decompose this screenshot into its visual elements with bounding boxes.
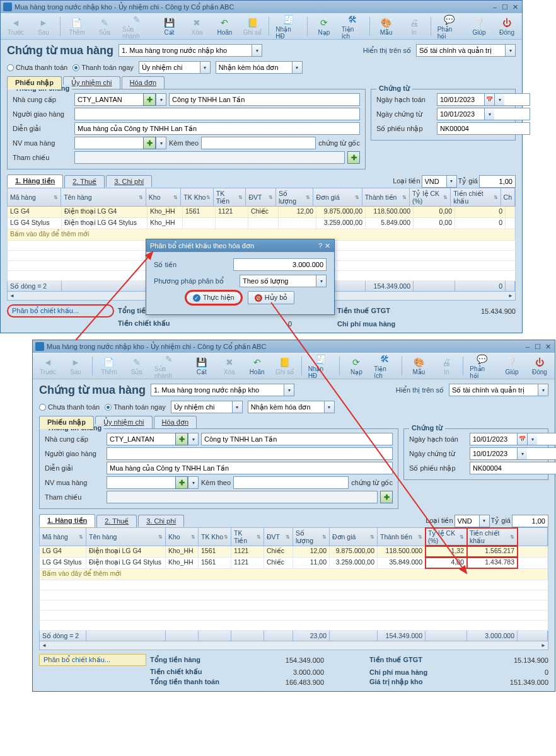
description-input[interactable] [107, 462, 393, 474]
display-on-combo[interactable]: ▾ [416, 44, 516, 57]
col-sl[interactable]: Số lượng⇅ [276, 188, 313, 206]
tb-receive-invoice[interactable]: 🧾Nhận HĐ [273, 13, 303, 41]
tb-save[interactable]: 💾Cất [189, 355, 214, 377]
col-tkkho[interactable]: TK Kho⇅ [181, 188, 214, 206]
minimize-icon[interactable]: – [490, 3, 499, 11]
attach-input[interactable] [233, 476, 349, 489]
reference-input[interactable] [74, 151, 345, 164]
gridtab-hangtien[interactable]: 1. Hàng tiền [7, 175, 63, 188]
col-ck-highlighted[interactable]: Tỷ lệ CK (%)⇅ [426, 528, 467, 546]
plus-icon[interactable]: ✚ [143, 137, 156, 149]
gridtab-chiphi[interactable]: 3. Chi phí [138, 515, 184, 527]
tb-post[interactable]: 📒Ghi sổ [240, 16, 265, 37]
tb-feedback[interactable]: 💬Phản hồi [467, 352, 497, 381]
col-tenhang[interactable]: Tên hàng⇅ [61, 188, 146, 206]
purchaser-combo[interactable]: ✚▾ [74, 137, 166, 149]
tab-phieunhap[interactable]: Phiếu nhập [39, 416, 94, 429]
gridtab-thue[interactable]: 2. Thuế [64, 175, 105, 188]
plus-icon[interactable]: ✚ [175, 476, 188, 489]
tb-add[interactable]: 📄Thêm [64, 16, 90, 37]
col-mahang[interactable]: Mã hàng⇅ [8, 188, 61, 206]
supplier-name-input[interactable] [169, 93, 360, 106]
close-icon[interactable]: ✕ [511, 3, 519, 11]
tb-close[interactable]: ⏻Đóng [494, 16, 519, 37]
tb-save[interactable]: 💾Cất [156, 16, 182, 37]
col-extra[interactable]: Ch [501, 188, 515, 206]
receipt-no-input[interactable] [437, 122, 530, 135]
tb-quickedit[interactable]: ✎Sửa nhanh [120, 13, 154, 41]
col-tenhang[interactable]: Tên hàng⇅ [86, 528, 166, 546]
tb-utility[interactable]: 🛠Tiện ích [371, 352, 398, 381]
dlg-cancel-button[interactable]: Hủy bỏ [248, 291, 295, 304]
purchase-type-combo[interactable]: ▾ [151, 384, 294, 396]
btn-allocate-discount[interactable]: Phân bổ chiết khấu... [39, 654, 146, 666]
col-tck-highlighted[interactable]: Tiền chiết khấu⇅ [467, 528, 518, 546]
col-mahang[interactable]: Mã hàng⇅ [40, 528, 86, 546]
tb-template[interactable]: 🎨Mẫu [374, 16, 399, 37]
minimize-icon[interactable]: – [523, 342, 532, 351]
radio-unpaid[interactable]: Chưa thanh toán [39, 403, 100, 411]
col-tktien[interactable]: TK Tiền⇅ [214, 188, 246, 206]
dlg-amount-input[interactable] [233, 258, 327, 271]
deliverer-input[interactable] [107, 447, 393, 460]
tb-next[interactable]: ►Sau [31, 16, 56, 37]
pay-method-combo[interactable]: ▾ [139, 61, 211, 74]
tb-print[interactable]: 🖨In [402, 16, 427, 37]
rate-input[interactable] [512, 515, 548, 527]
plus-icon[interactable]: ✚ [143, 93, 156, 106]
receipt-no-input[interactable] [470, 462, 556, 474]
reference-input[interactable] [107, 491, 378, 503]
dialog-help-icon[interactable]: ? [318, 242, 322, 250]
deliverer-input[interactable] [74, 108, 360, 120]
table-row[interactable]: LG G4Điện thoại LG G4Kho_HH15611121Chiếc… [39, 546, 548, 558]
h-scrollbar[interactable]: ◄► [39, 641, 548, 650]
posting-date-input[interactable]: 📅▾ [470, 433, 556, 445]
supplier-name-input[interactable] [201, 433, 393, 445]
doc-date-input[interactable]: ▾ [470, 447, 556, 460]
col-tktien[interactable]: TK Tiền⇅ [231, 528, 264, 546]
tab-hoadon[interactable]: Hóa đơn [154, 416, 197, 429]
table-row[interactable]: LG G4 StylusĐiện thoại LG G4 StylusKho_H… [7, 218, 516, 229]
radio-unpaid[interactable]: Chưa thanh toán [7, 64, 67, 72]
attach-invoice-combo[interactable]: ▾ [216, 61, 303, 74]
radio-paynow[interactable]: Thanh toán ngay [105, 403, 166, 411]
tb-post[interactable]: 📒Ghi sổ [272, 355, 298, 377]
col-tt[interactable]: Thành tiền⇅ [378, 528, 426, 546]
attach-invoice-combo[interactable]: ▾ [248, 401, 335, 413]
pay-method-combo[interactable]: ▾ [171, 401, 243, 413]
supplier-code-combo[interactable]: ✚▾ [74, 93, 166, 106]
btn-allocate-discount[interactable]: Phân bổ chiết khấu... [7, 304, 114, 318]
maximize-icon[interactable]: ☐ [501, 3, 509, 11]
new-row-hint[interactable]: Bấm vào đây để thêm mới [39, 569, 548, 580]
tb-delete[interactable]: ✖Xóa [217, 355, 242, 377]
tb-reload[interactable]: ⟳Nạp [344, 355, 369, 377]
tb-quickedit[interactable]: ✎Sửa nhanh [152, 352, 187, 381]
tab-phieunhap[interactable]: Phiếu nhập [7, 76, 62, 89]
plus-icon[interactable]: ✚ [175, 433, 188, 445]
tab-hoadon[interactable]: Hóa đơn [122, 76, 165, 89]
tb-revert[interactable]: ↶Hoãn [245, 355, 270, 377]
currency-combo[interactable]: ▾ [455, 515, 490, 527]
gridtab-thue[interactable]: 2. Thuế [96, 515, 137, 527]
col-tck[interactable]: Tiền chiết khấu⇅ [451, 188, 501, 206]
tb-help[interactable]: ❔Giúp [466, 16, 492, 37]
reference-add-icon[interactable]: ✚ [347, 151, 360, 164]
col-kho[interactable]: Kho⇅ [166, 528, 199, 546]
tb-print[interactable]: 🖨In [434, 355, 459, 377]
tb-receive-invoice[interactable]: 🧾Nhận HĐ [306, 352, 336, 381]
col-dg[interactable]: Đơn giá⇅ [313, 188, 362, 206]
col-dvt[interactable]: ĐVT⇅ [264, 528, 293, 546]
radio-paynow[interactable]: Thanh toán ngay [72, 64, 134, 72]
maximize-icon[interactable]: ☐ [533, 342, 542, 351]
display-on-combo[interactable]: ▾ [449, 384, 548, 396]
tb-next[interactable]: ►Sau [63, 355, 88, 377]
col-tt[interactable]: Thành tiền⇅ [362, 188, 410, 206]
supplier-code-combo[interactable]: ✚▾ [107, 433, 199, 445]
dlg-ok-button[interactable]: Thực hiện [186, 291, 241, 304]
close-icon[interactable]: ✕ [543, 342, 552, 351]
tb-utility[interactable]: 🛠Tiện ích [339, 13, 366, 41]
col-dg[interactable]: Đơn giá⇅ [330, 528, 378, 546]
gridtab-chiphi[interactable]: 3. Chi phí [106, 175, 152, 187]
gridtab-hangtien[interactable]: 1. Hàng tiền [39, 514, 95, 527]
table-row[interactable]: LG G4 StylusĐiện thoại LG G4 StylusKho_H… [39, 558, 548, 569]
